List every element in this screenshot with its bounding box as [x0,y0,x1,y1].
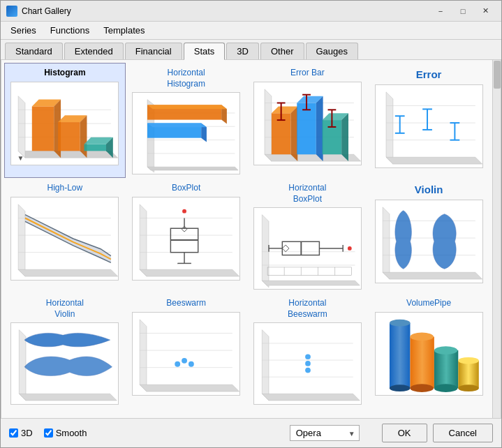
chart-thumb-horizontal-histogram [132,92,240,174]
tab-financial[interactable]: Financial [125,43,182,59]
checkbox-smooth-label[interactable]: Smooth [44,428,87,438]
dropdown-container: Opera Default Blue Green Red ▼ [290,425,360,441]
svg-point-124 [410,384,433,392]
checkbox-3d[interactable] [9,428,18,438]
svg-marker-82 [262,281,360,285]
dropdown-wrapper: Opera Default Blue Green Red ▼ [290,425,360,441]
chart-thumb-horizontal-violin [10,322,119,405]
svg-point-74 [182,209,186,213]
tab-other[interactable]: Other [260,43,304,59]
svg-point-118 [305,354,311,360]
svg-marker-50 [386,157,482,164]
menu-series[interactable]: Series [3,23,43,38]
chart-thumb-high-low [10,197,119,281]
chart-cell-horizontal-violin[interactable]: Horizontal Violin [4,293,126,408]
chart-cell-boxplot[interactable]: BoxPlot [126,178,247,293]
close-button[interactable]: ✕ [475,4,496,18]
chart-title-boxplot: BoxPlot [172,183,200,194]
svg-point-125 [434,346,457,354]
svg-marker-90 [282,245,289,252]
tab-bar: Standard Extended Financial Stats 3D Oth… [1,40,501,60]
scrollbar-thumb[interactable] [494,61,501,89]
chart-cell-histogram[interactable]: Histogram [4,63,126,178]
svg-marker-69 [140,204,147,276]
chart-title-error: Error [416,68,442,82]
chart-title-horizontal-boxplot: Horizontal BoxPlot [288,183,326,204]
chart-title-violin: Violin [415,183,443,197]
chart-title-horizontal-violin: Horizontal Violin [46,298,84,320]
chart-title-horizontal-histogram: Horizontal Histogram [167,68,205,89]
svg-marker-45 [341,113,348,161]
tab-3d[interactable]: 3D [226,43,259,59]
chart-cell-high-low[interactable]: High-Low [4,178,126,293]
chart-thumb-volumepipe [375,312,483,396]
svg-point-121 [390,319,411,326]
svg-rect-37 [297,103,316,154]
tab-extended[interactable]: Extended [64,43,124,59]
ok-button[interactable]: OK [382,424,427,442]
chart-cell-error[interactable]: Error [368,63,489,178]
svg-point-119 [305,361,311,366]
svg-marker-70 [140,269,239,276]
chart-thumb-boxplot [132,197,240,281]
cancel-button[interactable]: Cancel [433,424,493,442]
maximize-button[interactable]: □ [452,4,473,18]
content-area: Histogram [1,60,501,418]
footer: 3D Smooth Opera Default Blue Green Red ▼… [1,418,501,447]
checkbox-smooth-text: Smooth [56,428,87,438]
chart-cell-volumepipe[interactable]: VolumePipe [368,293,489,408]
checkbox-3d-text: 3D [21,428,33,438]
svg-marker-10 [80,115,87,158]
svg-marker-25 [147,124,207,128]
checkbox-smooth[interactable] [44,428,53,438]
chart-thumb-beeswarm [132,312,240,396]
scrollbar[interactable] [492,60,501,418]
chart-cell-horizontal-beeswarm[interactable]: Horizontal Beeswarm [247,293,369,408]
menu-bar: Series Functions Templates [1,22,501,40]
svg-marker-81 [262,215,269,288]
chart-cell-violin[interactable]: Violin [368,178,489,293]
chart-cell-horizontal-histogram[interactable]: Horizontal Histogram [126,63,247,178]
svg-point-112 [189,361,194,366]
window-title: Chart Gallery [22,6,430,16]
chart-title-horizontal-beeswarm: Horizontal Beeswarm [288,298,327,320]
chart-title-high-low: High-Low [47,183,83,194]
svg-marker-103 [20,330,27,401]
checkbox-3d-label[interactable]: 3D [9,428,33,438]
menu-templates[interactable]: Templates [96,23,152,38]
svg-rect-93 [267,267,352,276]
svg-point-120 [305,368,311,373]
svg-marker-114 [262,394,360,401]
theme-dropdown[interactable]: Opera Default Blue Green Red [290,425,360,441]
svg-rect-11 [84,144,106,151]
tab-standard[interactable]: Standard [5,43,63,59]
svg-marker-33 [290,106,297,161]
svg-marker-26 [265,89,272,160]
chart-title-error-bar: Error Bar [290,68,325,79]
chart-thumb-histogram: ▼ [10,82,119,165]
svg-marker-104 [20,394,117,401]
tab-gauges[interactable]: Gauges [306,43,359,59]
tab-stats[interactable]: Stats [184,43,226,60]
chart-cell-beeswarm[interactable]: Beeswarm [126,293,247,408]
minimize-button[interactable]: − [430,4,451,18]
main-window: Chart Gallery − □ ✕ Series Functions Tem… [0,0,502,448]
chart-grid: Histogram [1,60,492,418]
svg-marker-22 [147,105,227,110]
chart-thumb-horizontal-boxplot [253,207,362,290]
svg-rect-5 [32,106,54,151]
svg-rect-8 [59,122,80,151]
svg-marker-15 [147,167,238,170]
chart-cell-error-bar[interactable]: Error Bar [247,63,369,178]
chart-title-beeswarm: Beeswarm [166,298,206,309]
menu-functions[interactable]: Functions [43,23,96,38]
svg-marker-105 [140,319,147,391]
svg-marker-64 [19,269,119,276]
svg-marker-99 [383,272,482,279]
svg-marker-68 [25,214,111,262]
chart-cell-horizontal-boxplot[interactable]: Horizontal BoxPlot [247,178,369,293]
footer-buttons: OK Cancel [382,424,493,442]
svg-marker-98 [383,207,390,278]
app-icon [6,6,17,17]
svg-marker-39 [316,96,323,160]
